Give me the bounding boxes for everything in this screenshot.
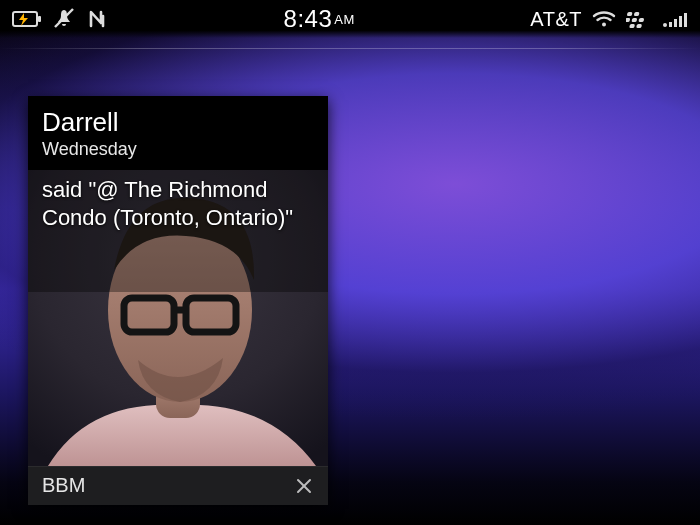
battery-charging-icon bbox=[12, 10, 42, 28]
status-bar: 8:43AM AT&T bbox=[0, 0, 700, 38]
svg-rect-13 bbox=[669, 22, 672, 27]
mute-icon bbox=[52, 8, 76, 30]
svg-rect-1 bbox=[38, 16, 41, 22]
svg-point-4 bbox=[602, 23, 606, 27]
svg-rect-6 bbox=[634, 12, 640, 16]
svg-rect-14 bbox=[674, 19, 677, 27]
nfc-icon bbox=[86, 8, 108, 30]
svg-rect-10 bbox=[629, 24, 635, 28]
blackberry-icon bbox=[626, 10, 652, 28]
svg-point-12 bbox=[663, 23, 667, 27]
carrier-label: AT&T bbox=[530, 8, 582, 31]
notification-day: Wednesday bbox=[42, 139, 314, 160]
wifi-icon bbox=[592, 10, 616, 28]
close-button[interactable] bbox=[292, 474, 316, 498]
clock-time: 8:43 bbox=[284, 5, 333, 32]
svg-rect-21 bbox=[186, 298, 236, 332]
notification-body: said "@ The Richmond Condo (Toronto, Ont… bbox=[28, 170, 328, 466]
notification-message: said "@ The Richmond Condo (Toronto, Ont… bbox=[42, 176, 314, 232]
clock-ampm: AM bbox=[334, 12, 355, 27]
notification-header: Darrell Wednesday bbox=[28, 96, 328, 170]
svg-rect-8 bbox=[631, 18, 637, 22]
signal-icon bbox=[662, 10, 688, 28]
svg-rect-9 bbox=[638, 18, 644, 22]
status-left bbox=[12, 8, 108, 30]
svg-rect-15 bbox=[679, 16, 682, 27]
svg-rect-20 bbox=[124, 298, 174, 332]
svg-rect-5 bbox=[627, 12, 633, 16]
close-icon bbox=[295, 477, 313, 495]
notification-app-label: BBM bbox=[42, 474, 85, 497]
svg-rect-7 bbox=[626, 18, 630, 22]
svg-rect-16 bbox=[684, 13, 687, 27]
notification-card[interactable]: Darrell Wednesday bbox=[28, 96, 328, 505]
notification-footer: BBM bbox=[28, 466, 328, 505]
status-right: AT&T bbox=[530, 8, 688, 31]
notification-sender: Darrell bbox=[42, 108, 314, 137]
svg-marker-2 bbox=[19, 13, 28, 26]
status-divider bbox=[0, 48, 700, 49]
svg-point-19 bbox=[108, 218, 252, 402]
svg-rect-11 bbox=[636, 24, 642, 28]
status-clock: 8:43AM bbox=[284, 5, 355, 33]
svg-rect-18 bbox=[156, 368, 200, 418]
